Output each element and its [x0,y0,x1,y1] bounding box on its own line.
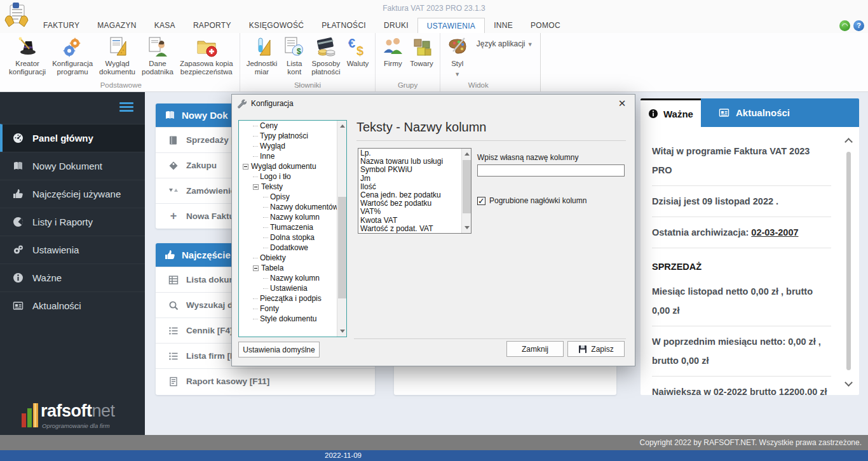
network-status-icon[interactable]: ◠ [839,20,850,31]
custom-column-name-input[interactable] [477,164,625,177]
jezyk-aplikacji-dropdown[interactable]: Język aplikacji ▼ [477,39,533,48]
styl-dropdown-icon[interactable]: ▼ [454,70,460,79]
tab-wazne[interactable]: Ważne [641,98,701,127]
tree-node[interactable]: Dolna stopka [239,232,346,243]
report-icon [168,377,179,387]
tab-inne[interactable]: INNE [485,18,522,33]
listbox-item[interactable]: Kwota VAT [358,217,471,225]
tab-magazyn[interactable]: MAGAZYN [88,18,145,33]
styl-button[interactable]: Styl ▼ [444,33,471,79]
config-tree[interactable]: CenyTypy płatnościWyglądInneWygląd dokum… [238,120,347,337]
collapse-icon[interactable] [243,164,248,170]
help-icon[interactable]: ? [853,20,864,31]
tree-node[interactable]: Wygląd dokumentu [239,161,346,171]
tree-node[interactable]: Dodatkowe [239,243,346,253]
dialog-titlebar[interactable]: Konfiguracja ✕ [232,95,635,112]
tree-node[interactable]: Inne [239,151,346,161]
ribbon-group-widok: Styl ▼ Język aplikacji ▼ Widok [440,33,541,91]
sidebar-item-nowy-dokument[interactable]: Nowy Dokument [0,152,145,180]
ribbon-item-label: Towary [410,60,433,68]
konfiguracja-dialog: Konfiguracja ✕ CenyTypy płatnościWyglądI… [231,94,635,366]
tree-node[interactable]: Logo i tło [239,171,346,182]
sidebar-item-panel-glowny[interactable]: Panel główny [0,124,145,152]
listbox-scrollbar[interactable] [461,149,471,233]
tree-node[interactable]: Opisy [239,192,346,202]
tab-raporty[interactable]: RAPORTY [184,18,240,33]
dane-podatnika-button[interactable]: Dane podatnika [139,33,177,76]
dialog-close-icon[interactable]: ✕ [616,98,628,109]
tab-ksiegowosc[interactable]: KSIĘGOWOŚĆ [240,18,313,33]
tab-kasa[interactable]: KASA [146,18,184,33]
tree-node[interactable]: Nazwy dokumentów [239,202,346,212]
tree-node[interactable]: Typy płatności [239,131,346,141]
tree-node[interactable]: Style dokumentu [239,314,346,324]
column-names-listbox[interactable]: Lp.Nazwa towaru lub usługiSymbol PKWiUJm… [358,148,471,234]
jednostki-miar-button[interactable]: Jednostki miar [243,33,281,76]
listbox-item[interactable]: Wartość z podat. VAT [358,225,471,233]
listbox-item[interactable]: VAT% [358,208,471,216]
save-button[interactable]: Zapisz [567,341,625,357]
tab-faktury[interactable]: FAKTURY [34,18,88,33]
scroll-down-icon[interactable] [844,378,853,387]
tree-node[interactable]: Tabela [239,263,346,273]
listbox-scroll-up-icon[interactable] [465,152,470,156]
tree-node[interactable]: Nazwy kolumn [239,212,346,222]
sidebar: Panel główny Nowy Dokument Najczęściej u… [0,92,145,435]
tree-scroll-up-icon[interactable] [340,124,345,128]
scroll-thumb[interactable] [846,152,851,370]
tree-scroll-thumb[interactable] [338,197,346,298]
tab-ustawienia[interactable]: USTAWIENIA [417,18,485,33]
tab-aktualnosci[interactable]: Aktualności [701,98,859,127]
window-title: Faktura VAT 2023 PRO 23.1.3 [0,4,868,13]
towary-button[interactable]: Towary [407,33,436,68]
listbox-item[interactable]: Ilość [358,183,471,191]
zapasowa-kopia-button[interactable]: Zapasowa kopia bezpieczeństwa [177,33,236,76]
tree-node[interactable]: Obiekty [239,253,346,263]
tree-scrollbar[interactable] [337,121,346,337]
card-header-label: Nowy Dok [182,110,228,121]
sidebar-item-listy-i-raporty[interactable]: Listy i Raporty [0,208,145,236]
listbox-scroll-thumb[interactable] [463,160,471,213]
listbox-scroll-down-icon[interactable] [465,226,470,229]
checkbox-checked-icon[interactable]: ✓ [477,197,485,205]
tab-platnosci[interactable]: PŁATNOŚCI [313,18,375,33]
tab-pomoc[interactable]: POMOC [522,18,569,33]
sidebar-item-najczesciej-uzywane[interactable]: Najczęściej używane [0,180,145,208]
tree-node[interactable]: Wygląd [239,141,346,151]
tree-node[interactable]: Ceny [239,121,346,131]
tree-node[interactable]: Fonty [239,304,346,314]
tree-leader-line [263,227,268,228]
konfiguracja-programu-button[interactable]: Konfiguracja programu [49,33,96,76]
collapse-icon[interactable] [253,265,259,271]
tree-node[interactable]: Teksty [239,182,346,192]
tab-druki[interactable]: DRUKI [375,18,417,33]
menu-item-label: Wyszukaj d [186,300,233,310]
kreator-konfiguracji-button[interactable]: Kreator konfiguracji [6,33,49,76]
firmy-button[interactable]: Firmy [379,33,407,68]
listbox-item[interactable]: Jm [358,175,471,183]
menu-hamburger-icon[interactable] [119,102,133,112]
sidebar-item-wazne[interactable]: Ważne [0,264,145,291]
scroll-up-icon[interactable] [844,138,853,146]
bold-headers-checkbox-row[interactable]: ✓ Pogrubione nagłówki kolumn [477,196,587,205]
waluty-button[interactable]: €$ Waluty [344,33,372,68]
sidebar-item-aktualnosci[interactable]: Aktualności [0,291,145,319]
tree-node[interactable]: Tłumaczenia [239,222,346,232]
menu-item-raport-kasowy[interactable]: Raport kasowy [F11] [156,368,375,394]
tree-node[interactable]: Nazwy kolumn [239,273,346,283]
info-panel-scrollbar[interactable] [844,138,854,387]
tree-scroll-down-icon[interactable] [340,330,345,333]
wyglad-dokumentu-button[interactable]: Wygląd dokumentu [96,33,139,76]
collapse-icon[interactable] [253,184,259,190]
tree-node[interactable]: Pieczątka i podpis [239,293,346,304]
info-entry: Miesiąc listopad netto 0,00 zł , brutto … [652,276,831,326]
sidebar-item-ustawienia[interactable]: Ustawienia [0,236,145,264]
close-dialog-button[interactable]: Zamknij [506,341,564,357]
tree-leader-line [263,197,268,197]
default-settings-button[interactable]: Ustawienia domyślne [238,342,320,357]
listbox-item[interactable]: Symbol PKWiU [358,166,471,174]
sposoby-platnosci-button[interactable]: Sposoby płatności [308,33,343,76]
archive-date-link[interactable]: 02-03-2007 [751,227,798,237]
lista-kont-button[interactable]: $ Lista kont [280,33,308,76]
tree-node[interactable]: Ustawienia [239,283,346,293]
